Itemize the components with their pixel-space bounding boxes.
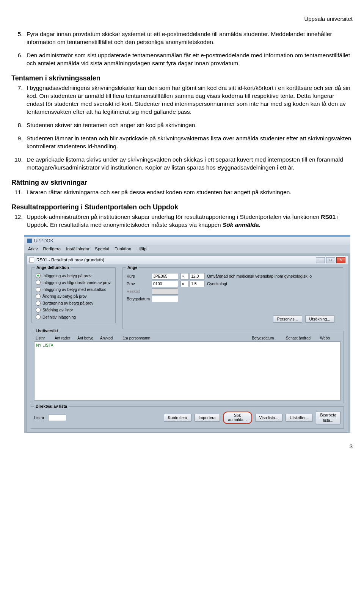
button-personvis[interactable]: Personvis... [273, 315, 302, 323]
subwindow-title: RS01 - Resultat på prov (grundutb) [36, 257, 104, 263]
page-number: 3 [11, 443, 353, 450]
list-item-5: Fyra dagar innan provdatum skickar syste… [24, 30, 353, 46]
group-ange: Ange Kurs 3PE065 » 12.0 Omvårdnad och me… [122, 267, 343, 329]
app-title: UPPDOK [34, 238, 53, 244]
close-button[interactable]: ✕ [336, 257, 345, 263]
list-row-nylista[interactable]: NY LISTA [36, 343, 53, 347]
list-item-8: Studenten skriver sin tentamen och anger… [24, 121, 353, 129]
button-importera[interactable]: Importera [195, 414, 220, 421]
radio-inlaggning-betyg[interactable]: Inläggning av betyg på prov [36, 273, 111, 278]
list-item-12: Uppdok-administratören på institutionen … [24, 213, 353, 229]
list-item-11: Läraren rättar skrivningarna och ser på … [24, 189, 353, 196]
field-reskod [152, 288, 178, 295]
minimize-button[interactable]: – [316, 257, 325, 263]
list-item-10: De avprickade listorna skrivs under av s… [24, 156, 353, 172]
field-prov[interactable]: 0100 [152, 281, 178, 287]
list-body[interactable]: NY LISTA [34, 341, 340, 401]
button-utskrifter[interactable]: Utskrifter... [286, 414, 313, 421]
list-item-9: Studenten lämnar in tentan och blir avpr… [24, 135, 353, 151]
kurs-desc: Omvårdnad och medicinsk vetenskap inom g… [207, 273, 339, 279]
radio-borttagning[interactable]: Borttagning av betyg på prov [36, 300, 111, 306]
uppdok-app-screenshot: UPPDOK Arkiv Redigera Inställningar Spec… [24, 235, 350, 433]
label-kurs: Kurs [127, 273, 149, 279]
heading-resultat: Resultatrapportering i Studentportalen o… [11, 203, 353, 212]
heading-rattning: Rättning av skrivningar [11, 178, 353, 187]
menu-arkiv[interactable]: Arkiv [28, 246, 38, 252]
button-kontrollera[interactable]: Kontrollera [164, 414, 191, 421]
subwindow-rs01: RS01 - Resultat på prov (grundutb) – □ ✕… [27, 256, 348, 433]
doc-icon [29, 258, 34, 262]
group-delfunktion: Ange delfunktion Inläggning av betyg på … [31, 267, 116, 323]
button-visa-lista[interactable]: Visa lista... [255, 414, 283, 421]
field-prov-pts[interactable]: 1.5 [190, 281, 205, 287]
lookup-kurs[interactable]: » [180, 273, 189, 280]
field-betygsdatum[interactable] [152, 296, 178, 302]
subwindow-titlebar: RS01 - Resultat på prov (grundutb) – □ ✕ [27, 256, 348, 264]
list-item-7: I byggnadsavdelningens skrivningslokaler… [24, 84, 353, 116]
prov-desc: Gynekologi [207, 281, 339, 286]
list-item-6: Den administratör som sist uppdaterade t… [24, 52, 353, 68]
app-titlebar: UPPDOK [24, 237, 350, 245]
field-kurs[interactable]: 3PE065 [152, 273, 178, 280]
menu-installningar[interactable]: Inställningar [66, 246, 89, 252]
button-bearbeta-lista[interactable]: Bearbeta lista... [316, 411, 340, 424]
header-university: Uppsala universitet [11, 15, 353, 23]
radio-tillgodoraknande[interactable]: Inläggning av tillgodoräknande av prov [36, 280, 111, 285]
radio-andring[interactable]: Ändring av betyg på prov [36, 294, 111, 299]
list-headers: Listnr Ant rader Ant betyg Anvkod 1:a pe… [34, 336, 340, 342]
label-listnr: Listnr [34, 415, 44, 421]
group-listoversikt: Listöversikt Listnr Ant rader Ant betyg … [31, 331, 344, 404]
button-sok-anmalda[interactable]: Sök anmälda... [223, 412, 252, 424]
radio-stadning[interactable]: Städning av listor [36, 307, 111, 313]
label-betygsdatum: Betygsdatum [127, 296, 149, 302]
field-kurs-pts[interactable]: 12.0 [190, 273, 205, 280]
radio-definitiv[interactable]: Definitiv inläggning [36, 314, 111, 320]
group-title-delfunktion: Ange delfunktion [35, 265, 71, 270]
menu-special[interactable]: Special [95, 246, 109, 252]
field-listnr[interactable] [48, 415, 66, 421]
group-title-ange: Ange [126, 265, 139, 270]
group-direktval: Direktval av lista Listnr Kontrollera Im… [31, 406, 344, 428]
label-prov: Prov [127, 281, 149, 286]
menu-redigera[interactable]: Redigera [43, 246, 61, 252]
maximize-button[interactable]: □ [326, 257, 335, 263]
radio-resultatkod[interactable]: Inläggning av betyg med resultatkod [36, 287, 111, 292]
button-utsokning[interactable]: Utsökning... [305, 315, 334, 323]
app-icon [27, 239, 32, 243]
lookup-prov[interactable]: » [180, 281, 189, 287]
menu-funktion[interactable]: Funktion [115, 246, 131, 252]
group-title-direktval: Direktval av lista [34, 404, 69, 409]
heading-tentamen: Tentamen i skrivningssalen [11, 74, 353, 83]
app-menubar[interactable]: Arkiv Redigera Inställningar Special Fun… [24, 245, 350, 253]
label-reskod: Reskod [127, 289, 149, 294]
menu-hjalp[interactable]: Hjälp [136, 246, 146, 252]
group-title-listoversikt: Listöversikt [34, 328, 60, 333]
